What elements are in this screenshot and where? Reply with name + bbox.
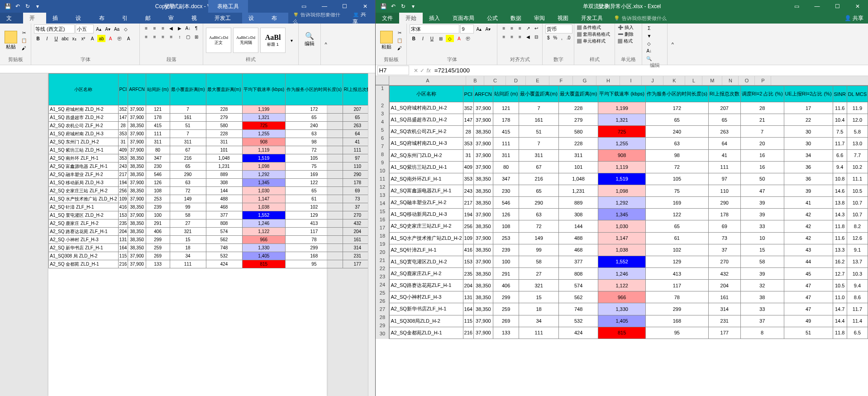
table-cell[interactable]: 153 xyxy=(463,256,473,267)
shading-icon[interactable]: ▢ xyxy=(184,33,191,40)
clear-icon[interactable]: ◇ xyxy=(645,40,653,47)
table-cell[interactable]: 164 xyxy=(118,244,128,252)
bold-icon[interactable]: B xyxy=(410,35,418,42)
table-cell[interactable]: 38,350 xyxy=(128,122,146,130)
table-cell[interactable]: 1,552 xyxy=(598,256,646,267)
table-cell[interactable]: 38,350 xyxy=(473,267,493,279)
table-cell[interactable]: 416 xyxy=(118,203,128,211)
table-cell[interactable]: A2_SQ南外环ZLF_H-1 xyxy=(390,173,463,185)
table-cell[interactable]: 10.4 xyxy=(833,114,847,126)
table-cell[interactable]: 37,900 xyxy=(473,149,493,161)
table-cell[interactable]: 279 xyxy=(206,114,242,122)
table-cell[interactable]: A1_SQ府城村南ZLD_H-3 xyxy=(390,138,463,149)
underline-icon[interactable]: U xyxy=(52,35,60,42)
row-header-10[interactable]: 10 xyxy=(376,168,389,176)
table-cell[interactable]: 11.7 xyxy=(847,303,868,315)
table-cell[interactable]: 253 xyxy=(493,232,519,244)
column-header-L[interactable]: L xyxy=(685,76,702,85)
sort-filter-icon[interactable]: A↓ xyxy=(645,47,653,54)
table-cell[interactable]: 1,246 xyxy=(598,267,646,279)
row-header-29[interactable]: 29 xyxy=(376,323,389,331)
table-cell[interactable]: 169 xyxy=(286,171,343,179)
tab-design[interactable]: 设计 xyxy=(69,13,92,24)
table-cell[interactable]: 352 xyxy=(118,105,128,114)
table-cell[interactable]: 1,048 xyxy=(558,173,598,185)
table-cell[interactable]: 1,147 xyxy=(242,195,286,203)
tab-insert[interactable]: 插入 xyxy=(46,13,69,24)
table-cell[interactable]: 98 xyxy=(645,149,708,161)
table-cell[interactable]: 164 xyxy=(463,303,473,315)
table-cell[interactable]: 41 xyxy=(784,197,833,209)
table-cell[interactable]: 1,199 xyxy=(242,105,286,114)
table-cell[interactable]: 178 xyxy=(146,114,170,122)
table-cell[interactable]: 207 xyxy=(708,102,740,114)
table-cell[interactable]: 168 xyxy=(645,315,708,327)
column-header-F[interactable]: F xyxy=(549,76,573,85)
multilevel-icon[interactable]: ≡ xyxy=(159,24,167,32)
row-header-8[interactable]: 8 xyxy=(376,152,389,160)
table-cell[interactable]: 1,038 xyxy=(598,244,646,256)
format-painter-icon[interactable]: 🖌 xyxy=(396,44,404,52)
column-header-C[interactable]: C xyxy=(484,76,506,85)
table-cell[interactable]: 290 xyxy=(708,197,740,209)
font-name-combo[interactable] xyxy=(410,24,459,33)
column-header[interactable]: UE上报RI=2占比 (%) xyxy=(784,86,833,102)
table-cell[interactable]: 240 xyxy=(286,122,343,130)
table-row[interactable]: A1_SQ寰屯灌区ZLD_H-215337,900100583771,55212… xyxy=(390,256,868,267)
table-cell[interactable]: 39 xyxy=(740,197,784,209)
table-cell[interactable]: 808 xyxy=(206,219,242,228)
table-cell[interactable]: 243 xyxy=(118,162,128,171)
fill-icon[interactable]: ▼ xyxy=(645,32,653,39)
table-row[interactable]: A1_SQ 府城村南 ZLD_H-235237,90012172281,1991… xyxy=(49,105,376,114)
table-row[interactable]: A2_SQ 鹿家庄 ZLF_H-223538,350291278081,2464… xyxy=(49,219,376,228)
column-header[interactable]: 站间距 (m) xyxy=(493,86,519,102)
collapse-ribbon-icon[interactable]: ^ xyxy=(668,24,677,65)
accounting-icon[interactable]: $ xyxy=(545,34,551,41)
table-cell[interactable]: 889 xyxy=(206,171,242,179)
table-row[interactable]: A1_SQ府城村南ZLD_H-235237,90012172281,199172… xyxy=(390,102,868,114)
table-cell[interactable]: 13.7 xyxy=(847,256,868,267)
table-cell[interactable]: 532 xyxy=(206,252,242,260)
table-cell[interactable]: 149 xyxy=(519,232,559,244)
table-cell[interactable]: 178 xyxy=(708,209,740,220)
table-cell[interactable]: 64 xyxy=(708,138,740,149)
row-header-30[interactable]: 30 xyxy=(376,331,389,339)
tab-insert[interactable]: 插入 xyxy=(423,13,446,24)
align-center-icon[interactable]: ≡ xyxy=(508,33,515,40)
table-cell[interactable]: 122 xyxy=(286,179,343,187)
phonetic-icon[interactable]: ㊥ xyxy=(464,35,472,42)
table-cell[interactable]: 239 xyxy=(493,244,519,256)
redo-icon[interactable]: ↻ xyxy=(24,2,32,10)
table-cell[interactable]: 299 xyxy=(493,291,519,303)
column-header[interactable]: 最小覆盖距离(m) xyxy=(519,86,559,102)
table-cell[interactable]: A2_SQ针漳ZLF_H-1 xyxy=(390,244,463,256)
table-row[interactable]: A1_SQ府城村南ZLD_H-335337,90011172281,255636… xyxy=(390,138,868,149)
table-cell[interactable]: 748 xyxy=(558,303,598,315)
table-cell[interactable]: 21 xyxy=(740,114,784,126)
insert-cells-button[interactable]: ➕ 插入 xyxy=(618,24,639,31)
table-cell[interactable]: 299 xyxy=(146,236,170,244)
table-cell[interactable]: 15 xyxy=(740,244,784,256)
row-header-14[interactable]: 14 xyxy=(376,200,389,209)
table-cell[interactable]: 28 xyxy=(740,102,784,114)
column-header[interactable]: 最大覆盖距离(m) xyxy=(206,74,242,105)
table-cell[interactable]: 37,900 xyxy=(473,102,493,114)
tab-file[interactable]: 文件 xyxy=(0,13,23,24)
table-cell[interactable]: 22 xyxy=(784,114,833,126)
table-cell[interactable]: 38,350 xyxy=(473,291,493,303)
table-cell[interactable]: 12.7 xyxy=(833,267,847,279)
table-row[interactable]: A1_SQ 移动新局 ZLD_H-319437,900126633081,345… xyxy=(49,179,376,187)
table-cell[interactable]: 9.1 xyxy=(847,244,868,256)
table-cell[interactable]: 117 xyxy=(286,228,343,236)
qat-more-icon[interactable]: ▾ xyxy=(409,2,417,10)
table-cell[interactable]: 240 xyxy=(645,126,708,138)
table-cell[interactable]: 311 xyxy=(170,138,206,146)
table-cell[interactable]: 908 xyxy=(242,138,286,146)
table-cell[interactable]: 34 xyxy=(784,149,833,161)
table-cell[interactable]: 37,900 xyxy=(128,130,146,138)
number-format-combo[interactable] xyxy=(545,24,572,33)
save-icon[interactable]: 💾 xyxy=(4,2,12,10)
table-cell[interactable]: 51 xyxy=(170,122,206,130)
table-cell[interactable]: 228 xyxy=(206,105,242,114)
table-cell[interactable]: 7 xyxy=(740,126,784,138)
